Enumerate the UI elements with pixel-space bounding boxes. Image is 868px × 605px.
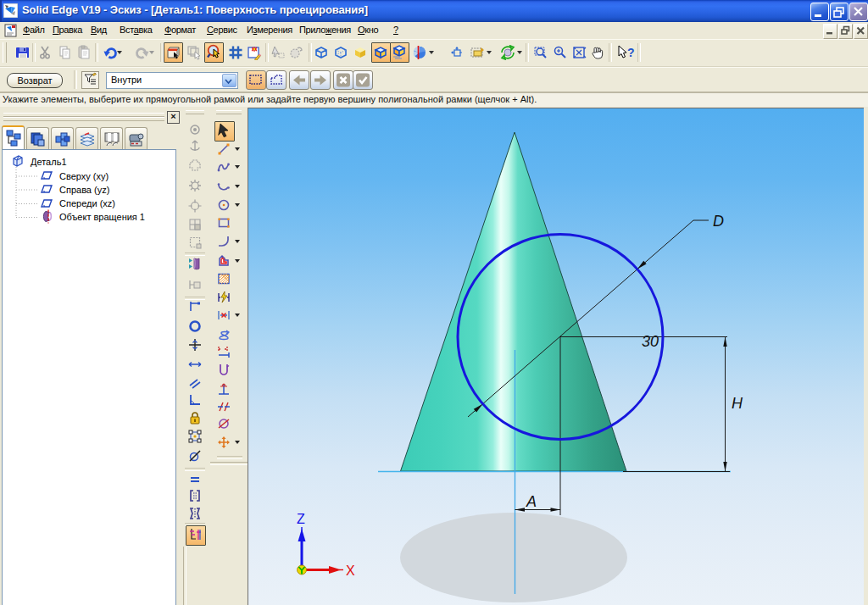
svg-text:30: 30: [642, 333, 659, 350]
svg-text:D: D: [713, 213, 724, 230]
svg-text:H: H: [732, 395, 743, 412]
svg-text:A: A: [526, 493, 537, 510]
svg-text:X: X: [346, 563, 355, 578]
svg-text:?: ?: [627, 46, 635, 59]
svg-text:Z: Z: [297, 512, 305, 526]
